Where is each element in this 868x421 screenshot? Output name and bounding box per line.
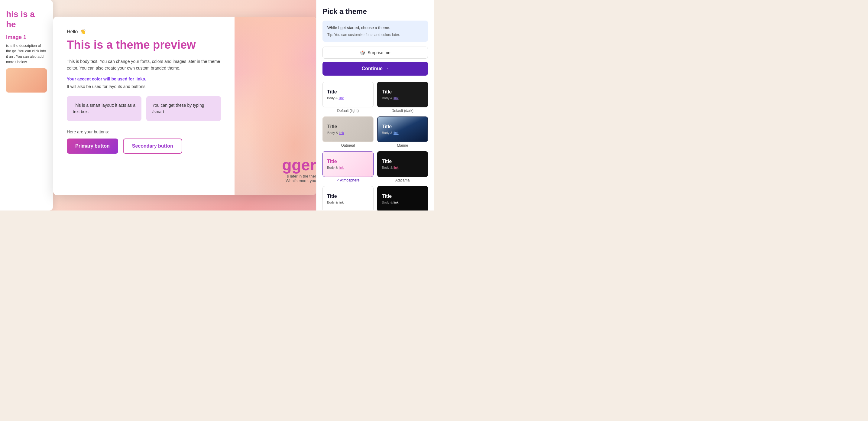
theme-label: Default (light) <box>322 109 374 113</box>
theme-card-marine: Title Body & link <box>377 116 428 142</box>
theme-label: Default (dark) <box>377 109 428 113</box>
theme-link: link <box>394 201 399 204</box>
theme-item-marine[interactable]: Title Body & link Marine <box>377 116 428 148</box>
left-preview-description: is is the description of the ge. You can… <box>6 43 47 65</box>
theme-title: Title <box>382 89 399 95</box>
theme-card-content: Title Body & link <box>327 89 344 99</box>
continue-label: Continue → <box>362 66 389 71</box>
theme-body: Body & link <box>327 96 344 100</box>
theme-title: Title <box>382 158 399 164</box>
theme-title: Title <box>327 158 344 164</box>
panel-hint: While I get started, choose a theme. Tip… <box>322 21 428 42</box>
hint-tip: Tip: You can customize fonts and colors … <box>327 32 423 37</box>
theme-card-content: Title Body & link <box>382 124 399 134</box>
preview-title: This is a theme preview <box>67 38 221 52</box>
theme-card-content: Title Body & link <box>382 158 399 169</box>
theme-card-black-lines: Title Body & link <box>377 186 428 211</box>
primary-button[interactable]: Primary button <box>67 139 118 154</box>
preview-hero-image: gger s later in the therWhat's more, you <box>235 17 316 195</box>
accent-link[interactable]: Your accent color will be used for links… <box>67 77 146 81</box>
theme-title: Title <box>382 124 399 129</box>
theme-title: Title <box>327 124 344 129</box>
theme-card-content: Title Body & link <box>327 193 344 204</box>
image-overlay: gger s later in the therWhat's more, you <box>282 157 316 183</box>
dice-icon: 🎲 <box>360 50 365 55</box>
theme-item-black-lines[interactable]: Title Body & link <box>377 186 428 211</box>
theme-card-content: Title Body & link <box>327 124 344 134</box>
theme-item-atmosphere[interactable]: Title Body & link ✓ Atmosphere <box>322 151 374 182</box>
smart-box-2: You can get these by typing /smart <box>146 96 221 121</box>
theme-body: Body & link <box>327 131 344 134</box>
theme-body: Body & link <box>327 201 344 204</box>
theme-body: Body & link <box>382 131 399 134</box>
preview-body: This is body text. You can change your f… <box>67 58 221 72</box>
theme-card-oatmeal: Title Body & link <box>322 116 374 142</box>
theme-item-atacama[interactable]: Title Body & link Atacama <box>377 151 428 182</box>
theme-card-atacama: Title Body & link <box>377 151 428 177</box>
theme-card-default-light: Title Body & link <box>322 82 374 108</box>
theme-card-content: Title Body & link <box>382 193 399 204</box>
buttons-row: Primary button Secondary button <box>67 139 221 154</box>
theme-link: link <box>339 131 344 134</box>
link-subtext: It will also be used for layouts and but… <box>67 84 221 89</box>
checkmark-icon: ✓ <box>336 178 340 182</box>
left-preview-image-label: Image 1 <box>6 34 47 40</box>
theme-label: Marine <box>377 143 428 148</box>
theme-link: link <box>339 96 344 100</box>
overlay-big-text: gger <box>282 157 316 173</box>
theme-card-white-lines: Title Body & link <box>322 186 374 211</box>
hint-title: While I get started, choose a theme. <box>327 25 423 31</box>
smart-layouts-row: This is a smart layout: it acts as a tex… <box>67 96 221 121</box>
panel-title: Pick a theme <box>322 7 428 16</box>
theme-link: link <box>339 166 344 169</box>
smart-box-1: This is a smart layout: it acts as a tex… <box>67 96 142 121</box>
theme-title: Title <box>382 193 399 199</box>
theme-body: Body & link <box>382 201 399 204</box>
buttons-label: Here are your buttons: <box>67 129 221 134</box>
theme-label: ✓ Atmosphere <box>322 178 374 182</box>
hello-row: Hello 👋 <box>67 29 221 34</box>
surprise-me-button[interactable]: 🎲 Surprise me <box>322 47 428 59</box>
left-preview-card: his is a he Image 1 is is the descriptio… <box>0 0 53 210</box>
secondary-button[interactable]: Secondary button <box>123 139 182 154</box>
theme-body: Body & link <box>382 96 399 100</box>
wave-emoji: 👋 <box>80 29 86 34</box>
theme-card-default-dark: Title Body & link <box>377 82 428 108</box>
theme-link: link <box>394 131 399 134</box>
theme-picker-panel: Pick a theme While I get started, choose… <box>316 0 434 210</box>
preview-content: Hello 👋 This is a theme preview This is … <box>53 17 235 195</box>
theme-preview-card: Hello 👋 This is a theme preview This is … <box>53 17 316 195</box>
theme-grid: Title Body & link Default (light) Title … <box>322 82 428 211</box>
theme-link: link <box>394 96 399 100</box>
theme-item-white-lines[interactable]: Title Body & link <box>322 186 374 211</box>
theme-item-oatmeal[interactable]: Title Body & link Oatmeal <box>322 116 374 148</box>
theme-link: link <box>339 201 344 204</box>
theme-body: Body & link <box>382 166 399 169</box>
theme-title: Title <box>327 89 344 95</box>
left-preview-image <box>6 68 47 93</box>
theme-label: Atacama <box>377 178 428 182</box>
continue-button[interactable]: Continue → <box>322 62 428 76</box>
theme-body: Body & link <box>327 166 344 169</box>
theme-link: link <box>394 166 399 169</box>
theme-card-content: Title Body & link <box>382 89 399 99</box>
hello-text: Hello <box>67 29 78 34</box>
theme-card-atmosphere: Title Body & link <box>322 151 374 177</box>
theme-label: Oatmeal <box>322 143 374 148</box>
surprise-label: Surprise me <box>368 50 390 55</box>
left-preview-heading: his is a he <box>6 9 47 29</box>
theme-card-content: Title Body & link <box>327 158 344 169</box>
overlay-small-text: s later in the therWhat's more, you <box>282 174 316 183</box>
theme-item-default-dark[interactable]: Title Body & link Default (dark) <box>377 82 428 113</box>
theme-title: Title <box>327 193 344 199</box>
theme-item-default-light[interactable]: Title Body & link Default (light) <box>322 82 374 113</box>
